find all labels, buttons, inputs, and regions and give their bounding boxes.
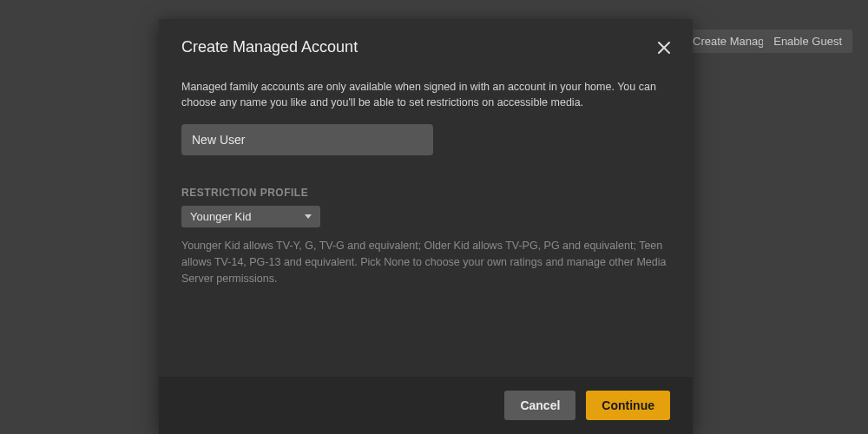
close-icon[interactable]	[658, 42, 670, 54]
restriction-profile-select[interactable]: Younger Kid	[181, 206, 320, 227]
modal-footer: Cancel Continue	[159, 377, 693, 434]
restriction-help-text: Younger Kid allows TV-Y, G, TV-G and equ…	[181, 238, 670, 286]
modal-body: Managed family accounts are only availab…	[159, 70, 693, 377]
chevron-down-icon	[305, 214, 312, 219]
modal-title: Create Managed Account	[181, 38, 358, 56]
modal-intro-text: Managed family accounts are only availab…	[181, 79, 670, 110]
create-managed-account-modal: Create Managed Account Managed family ac…	[159, 19, 693, 434]
enable-guest-bg-button[interactable]: Enable Guest	[763, 30, 852, 53]
cancel-button[interactable]: Cancel	[504, 391, 575, 420]
modal-header: Create Managed Account	[159, 19, 693, 70]
continue-button[interactable]: Continue	[586, 391, 670, 420]
restriction-profile-selected: Younger Kid	[190, 210, 251, 223]
account-name-input[interactable]	[181, 124, 433, 155]
restriction-profile-label: RESTRICTION PROFILE	[181, 187, 670, 199]
